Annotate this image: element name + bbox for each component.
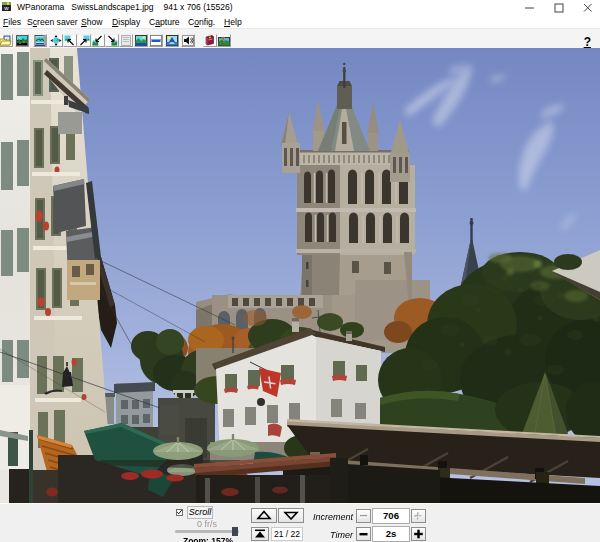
svg-text:w: w: [3, 5, 9, 11]
svg-text:?: ?: [220, 35, 226, 45]
